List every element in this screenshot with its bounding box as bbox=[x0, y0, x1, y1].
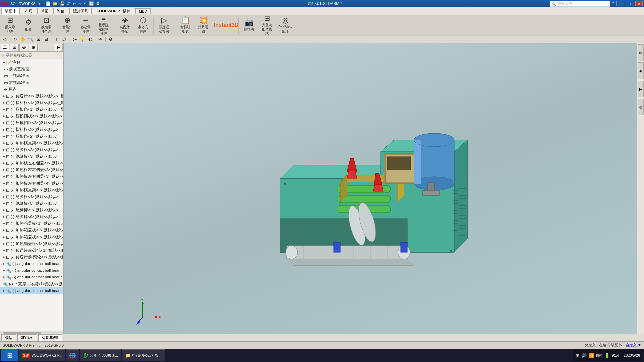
tab-render[interactable]: 渲染工具 bbox=[69, 8, 92, 14]
instant3d-btn[interactable]: Instant3D bbox=[216, 16, 237, 35]
smart-fasteners-btn[interactable]: ⊕ 智能扣件 bbox=[59, 16, 76, 35]
pan-view-btn[interactable]: ✋ bbox=[19, 36, 26, 42]
tree-item-top-plane[interactable]: ▭ 上视基准面 bbox=[0, 72, 63, 79]
motion-tab[interactable]: 运动算例1 bbox=[38, 334, 62, 341]
tree-item-12[interactable]: ▶ ⊡ (-) 加热板左右侧盖<2>(默认<< bbox=[0, 166, 63, 173]
view-settings-btn[interactable]: ⚙ bbox=[107, 36, 114, 42]
taskbar-sw[interactable]: SW SOLIDWORKS P... bbox=[19, 349, 65, 361]
tray-icon-1[interactable]: ⊞ bbox=[576, 353, 579, 358]
tree-item-7[interactable]: ▶ ⊡ (-) 压板条<2>(默认<<默认> bbox=[0, 133, 63, 140]
tray-icon-2[interactable]: 🔊 bbox=[581, 353, 587, 358]
tree-item-bearing3[interactable]: ▶ 🔩 (-) angular contact ball bearing bbox=[0, 274, 63, 280]
tree-item-3[interactable]: ▶ ⊡ (-) 压板条<1>(默认<<默认>_显 bbox=[0, 106, 63, 113]
assembly-feature-btn[interactable]: ◈ 装配体特征 bbox=[116, 16, 134, 35]
minimize-btn[interactable]: ─ bbox=[616, 1, 624, 6]
zoom-fit-btn[interactable]: ⊞ bbox=[43, 36, 49, 42]
tree-item-4[interactable]: ▶ ⊡ (-) 压模挡板<1>(默认<<默认> bbox=[0, 113, 63, 119]
menu-arrow[interactable]: ▼ bbox=[38, 2, 41, 6]
tree-item-5[interactable]: ▶ ⊡ (-) 压模挡板<2>(默认<<默认> bbox=[0, 119, 63, 126]
rt-tab-4[interactable]: ◎ bbox=[638, 99, 644, 115]
display-tab[interactable]: ◉ bbox=[29, 44, 38, 51]
tree-item-22[interactable]: ▶ ⊡ (-) 加热箱盖板<3>(默认<<默认 bbox=[0, 234, 63, 240]
tree-item-11[interactable]: ▶ ⊡ (-) 加热板左右侧盖<1>(默认<<默 bbox=[0, 160, 63, 166]
tab-mbd[interactable]: MBD bbox=[135, 8, 151, 14]
start-button[interactable]: ⊞ bbox=[1, 349, 18, 361]
tree-item-right-plane[interactable]: ▭ 右视基准面 bbox=[0, 79, 63, 86]
tree-item-23[interactable]: ▶ ⊡ (-) 加热箱盖板<4>(默认<<默认 bbox=[0, 240, 63, 247]
tree-item-15[interactable]: ▶ ⊡ (-) 加热横支架<2>(默认<<默认 bbox=[0, 187, 63, 193]
tab-assembly[interactable]: 装配体 bbox=[1, 8, 20, 15]
viewport[interactable]: X Y Z bbox=[64, 43, 637, 334]
show-hidden-btn[interactable]: ≡ 显示隐藏的零部件 bbox=[95, 16, 112, 35]
property-tab[interactable]: ⊡ bbox=[10, 44, 19, 51]
tree-item-bearing4[interactable]: ▶ 🔩 (-) angular contact ball bearing bbox=[0, 287, 63, 294]
open-icon[interactable]: 📂 bbox=[53, 1, 58, 6]
rotate-view-btn[interactable]: ↻ bbox=[12, 36, 18, 42]
tree-item-21[interactable]: ▶ ⊡ (-) 加热箱盖板<2>(默认<<默认 bbox=[0, 227, 63, 234]
select-icon[interactable]: ↖ bbox=[84, 1, 87, 6]
redo-icon[interactable]: ↪ bbox=[78, 1, 82, 6]
maximize-btn[interactable]: □ bbox=[626, 1, 633, 6]
tree-item-8[interactable]: ▶ ⊡ (-) 加热横支架<1>(默认<<默认 bbox=[0, 140, 63, 146]
tree-item-10[interactable]: ▶ ⊡ (-) 绝缘板<3>(默认<<默认> bbox=[0, 153, 63, 160]
taskbar-browser[interactable]: 🌐 bbox=[66, 349, 79, 361]
feature-tree-tab[interactable]: ☰ bbox=[1, 44, 9, 51]
tree-item-origin[interactable]: ✛ 原点 bbox=[0, 86, 63, 93]
tree-item-19[interactable]: ▶ ⊡ (-) 绝缘棒<9>(默认<<默认> bbox=[0, 213, 63, 220]
apply-scene-btn[interactable]: ◐ bbox=[87, 36, 93, 42]
tree-item-9[interactable]: ▶ ⊡ (-) 绝缘板<2>(默认<<默认> bbox=[0, 146, 63, 153]
tree-item-16[interactable]: ▶ ⊡ (-) 绝缘板<4>(默认<<默认> bbox=[0, 193, 63, 200]
new-icon[interactable]: 📄 bbox=[46, 1, 51, 6]
tree-item-2[interactable]: ▶ ⊡ (-) 指料板<1>(默认<<默认>_显 bbox=[0, 99, 63, 106]
insert-component-btn[interactable]: ⊞ 插入零部件 bbox=[1, 16, 19, 35]
save-icon[interactable]: 💾 bbox=[60, 1, 65, 6]
large-assembly-btn[interactable]: ⊞ 大型装配体模式 bbox=[258, 16, 276, 35]
tray-icon-4[interactable]: ⌨ bbox=[596, 353, 602, 358]
rt-tab-3[interactable]: ▶ bbox=[638, 81, 644, 97]
tab-plugins[interactable]: SOLIDWORKS 插件 bbox=[93, 8, 134, 14]
tree-item-18[interactable]: ▶ ⊡ (-) 绝缘棒<2>(默认<<默认> bbox=[0, 207, 63, 213]
ref-geometry-btn[interactable]: ⬡ 参考几何体 bbox=[134, 16, 152, 35]
explode-btn[interactable]: 💥 爆炸视图 bbox=[195, 16, 212, 35]
rebuild-icon[interactable]: 🔄 bbox=[89, 1, 94, 6]
config-tab[interactable]: ⊕ bbox=[19, 44, 28, 51]
feature-tree[interactable]: ▶ 📝 注解 ▭ 前视基准面 ▭ 上视基准面 ▭ 右视基准面 ✛ 原点 ▶ bbox=[0, 59, 63, 331]
rt-tab-1[interactable]: ⊡ bbox=[638, 44, 644, 61]
new-motion-btn[interactable]: ▷ 新建运动算例 bbox=[155, 16, 173, 35]
undo-icon[interactable]: ↩ bbox=[73, 1, 76, 6]
tree-item-1[interactable]: ▶ ⊡ (-) 传送带<1>(默认<<默认>_显 bbox=[0, 93, 63, 99]
zoom-btn[interactable]: 🔍 bbox=[27, 36, 34, 42]
help-btn[interactable]: ? bbox=[612, 1, 614, 6]
realview-btn[interactable]: ◎ RealView图形 bbox=[277, 16, 294, 35]
taskbar-folder[interactable]: 📁 抖\微信公众号\5-... bbox=[122, 349, 165, 361]
tree-item-6[interactable]: ▶ ⊡ (-) 指料板<2>(默认<<默认> bbox=[0, 126, 63, 133]
print-icon[interactable]: 🖨 bbox=[67, 1, 71, 6]
tree-scrollbar-h[interactable] bbox=[0, 331, 63, 334]
view-orient-btn[interactable]: ⬡ bbox=[61, 36, 67, 42]
rt-tab-2[interactable]: ◉ bbox=[638, 62, 644, 79]
tree-item-support[interactable]: 🔩 (-) 下支撑工字梁<1>(默认<<默认 bbox=[0, 280, 63, 287]
filter-icon[interactable]: ▽ bbox=[1, 53, 5, 58]
linear-pattern-btn[interactable]: ⊡ 线性零件阵列 bbox=[38, 16, 55, 35]
move-component-btn[interactable]: ↔ 移动零部件 bbox=[77, 16, 94, 35]
model-tab[interactable]: 模型 bbox=[1, 334, 16, 341]
tree-item-bearing2[interactable]: ▶ 🔩 (-) angular contact ball bearing bbox=[0, 267, 63, 274]
options-icon[interactable]: ⚙ bbox=[96, 1, 100, 6]
taskbar-360[interactable]: 🐉 公众号·360极速... bbox=[80, 349, 121, 361]
hide-show-btn[interactable]: 👁 bbox=[97, 36, 104, 42]
tray-icon-3[interactable]: 📶 bbox=[589, 353, 594, 358]
bom-btn[interactable]: 📋 材料明细表 bbox=[177, 16, 194, 35]
tree-item-25[interactable]: ▶ ⊡ (-) 传送带前·滚轮<1>(默认<<默 bbox=[0, 254, 63, 260]
tree-item-13[interactable]: ▶ ⊡ (-) 加热板左右侧盖<3>(默认<< bbox=[0, 173, 63, 180]
tree-item-annotation[interactable]: ▶ 📝 注解 bbox=[0, 59, 63, 66]
3dview-tab[interactable]: 3D视图 bbox=[17, 334, 37, 341]
display-style-btn[interactable]: ◎ bbox=[71, 36, 78, 42]
tree-item-bearing1[interactable]: ▶ 🔩 (-) angular contact ball bearing bbox=[0, 260, 63, 267]
tree-item-14[interactable]: ▶ ⊡ (-) 加热板左右侧盖<4>(默认<< bbox=[0, 180, 63, 187]
search-bar[interactable]: 🔍 搜索命令 bbox=[550, 1, 610, 7]
tab-sketch[interactable]: 草图 bbox=[37, 8, 52, 14]
tree-item-17[interactable]: ▶ ⊡ (-) 绝缘板<5>(默认<<默认> bbox=[0, 200, 63, 207]
tree-item-front-plane[interactable]: ▭ 前视基准面 bbox=[0, 66, 63, 72]
tab-layout[interactable]: 布局 bbox=[21, 8, 36, 14]
close-btn[interactable]: ✕ bbox=[635, 1, 643, 6]
